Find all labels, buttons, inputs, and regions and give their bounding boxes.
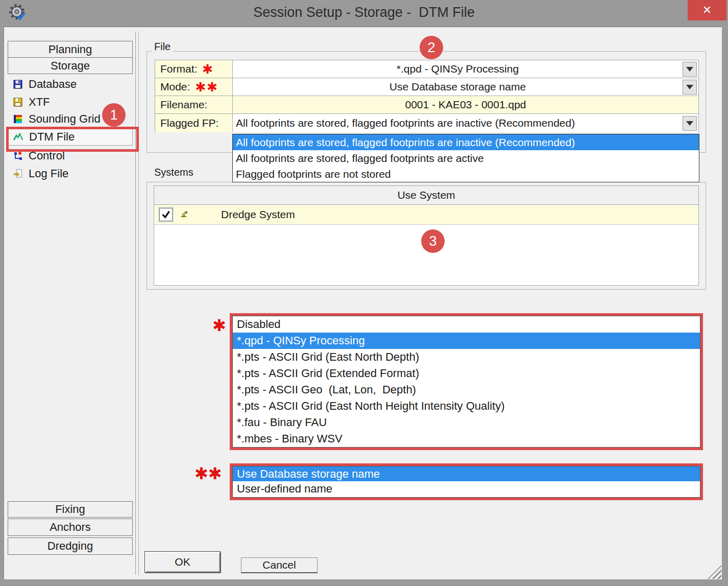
floppy-disk-blue-icon bbox=[12, 80, 23, 89]
sidebar-divider bbox=[135, 32, 136, 575]
dredge-system-icon bbox=[180, 208, 188, 221]
mode-options-annotation-box: Use Database storage name User-defined n… bbox=[230, 463, 703, 500]
required-asterisk: ✱ bbox=[202, 62, 214, 77]
floppy-disk-yellow-icon bbox=[12, 98, 23, 107]
dropdown-option[interactable]: All footprints are stored, flagged footp… bbox=[233, 150, 699, 166]
sidebar-item-label: Sounding Grid bbox=[29, 112, 101, 126]
flagged-fp-dropdown-button[interactable] bbox=[683, 116, 697, 131]
annotation-badge-2: 2 bbox=[420, 36, 443, 59]
annotation-badge-3: 3 bbox=[421, 229, 445, 253]
sidebar-item-database[interactable]: Database bbox=[8, 76, 133, 93]
mode-label: Mode: ✱✱ bbox=[155, 78, 233, 96]
sidebar-section-dredging[interactable]: Dredging bbox=[8, 537, 133, 555]
sidebar-item-label: XTF bbox=[29, 96, 50, 109]
format-row: Format: ✱ *.qpd - QINSy Processing bbox=[155, 60, 698, 78]
sidebar-item-label: Log File bbox=[29, 167, 68, 180]
close-button[interactable]: ✕ bbox=[688, 0, 726, 20]
filename-label: Filename: bbox=[155, 96, 233, 114]
format-combo[interactable]: *.qpd - QINSy Processing bbox=[233, 60, 698, 78]
format-option[interactable]: Disabled bbox=[233, 316, 700, 333]
mode-combo[interactable]: Use Database storage name bbox=[233, 78, 698, 96]
dredge-system-label: Dredge System bbox=[221, 208, 295, 221]
control-nodes-icon bbox=[12, 151, 23, 160]
mode-option-selected[interactable]: Use Database storage name bbox=[233, 466, 700, 481]
flagged-fp-row: Flagged FP: All footprints are stored, f… bbox=[155, 114, 698, 132]
format-option[interactable]: *.pts - ASCII Grid (East North Depth) bbox=[233, 349, 700, 365]
chevron-down-icon bbox=[686, 121, 693, 126]
mode-dropdown-button[interactable] bbox=[683, 80, 697, 95]
file-group-label: File bbox=[152, 41, 173, 53]
format-label: Format: ✱ bbox=[155, 60, 233, 78]
use-system-header: Use System bbox=[154, 186, 698, 205]
mode-row: Mode: ✱✱ Use Database storage name bbox=[155, 78, 698, 96]
annotation-asterisk-mode: ✱✱ bbox=[195, 464, 222, 483]
format-option[interactable]: *.pts - ASCII Geo (Lat, Lon, Depth) bbox=[233, 382, 700, 398]
systems-group-label: Systems bbox=[152, 167, 196, 178]
format-option[interactable]: *.mbes - Binary WSV bbox=[233, 431, 700, 447]
format-options-annotation-box: Disabled *.qpd - QINSy Processing *.pts … bbox=[230, 313, 703, 450]
filename-field: 0001 - KAE03 - 0001.qpd bbox=[233, 96, 698, 114]
annotation-asterisk-format: ✱ bbox=[212, 316, 226, 335]
format-options-list: Disabled *.qpd - QINSy Processing *.pts … bbox=[232, 316, 700, 448]
dropdown-option[interactable]: All footprints are stored, flagged footp… bbox=[233, 134, 699, 150]
required-asterisk: ✱✱ bbox=[195, 80, 219, 95]
flagged-fp-label: Flagged FP: bbox=[155, 114, 233, 132]
flagged-fp-open-dropdown: All footprints are stored, flagged footp… bbox=[232, 134, 699, 182]
annotation-badge-1: 1 bbox=[102, 103, 126, 127]
format-option[interactable]: *.pts - ASCII Grid (East North Height In… bbox=[233, 398, 700, 414]
format-option-selected[interactable]: *.qpd - QINSy Processing bbox=[233, 333, 700, 349]
annotation-box-selected-item bbox=[6, 127, 139, 152]
sidebar-item-log-file[interactable]: Log File bbox=[8, 165, 133, 182]
sidebar-divider-highlight bbox=[138, 32, 139, 575]
format-value: *.qpd - QINSy Processing bbox=[233, 63, 683, 75]
sidebar-section-fixing[interactable]: Fixing bbox=[8, 501, 133, 518]
window-title: Session Setup - Storage - DTM File bbox=[0, 5, 728, 20]
use-system-checkbox-checked[interactable] bbox=[159, 208, 173, 221]
ok-button[interactable]: OK bbox=[144, 551, 221, 573]
mode-option[interactable]: User-defined name bbox=[233, 481, 700, 496]
sounding-grid-icon bbox=[12, 114, 23, 124]
sidebar-item-label: Database bbox=[29, 78, 77, 91]
mode-options-list: Use Database storage name User-defined n… bbox=[232, 466, 700, 498]
session-setup-dialog: Session Setup - Storage - DTM File ✕ Pla… bbox=[0, 0, 728, 586]
dredge-system-row[interactable]: Dredge System bbox=[154, 205, 698, 225]
sidebar-section-planning[interactable]: Planning bbox=[8, 41, 133, 58]
format-dropdown-button[interactable] bbox=[683, 62, 697, 77]
chevron-down-icon bbox=[686, 85, 693, 89]
dropdown-option[interactable]: Flagged footprints are not stored bbox=[233, 166, 699, 182]
filename-row: Filename: 0001 - KAE03 - 0001.qpd bbox=[155, 96, 698, 114]
cancel-button[interactable]: Cancel bbox=[241, 557, 318, 573]
format-option[interactable]: *.fau - Binary FAU bbox=[233, 414, 700, 431]
sidebar-section-anchors[interactable]: Anchors bbox=[8, 519, 133, 536]
mode-value: Use Database storage name bbox=[233, 81, 683, 93]
flagged-fp-combo[interactable]: All footprints are stored, flagged footp… bbox=[233, 114, 698, 132]
file-table: Format: ✱ *.qpd - QINSy Processing Mode:… bbox=[155, 60, 699, 132]
log-file-icon bbox=[12, 169, 23, 178]
flagged-fp-value: All footprints are stored, flagged footp… bbox=[233, 117, 683, 129]
filename-value: 0001 - KAE03 - 0001.qpd bbox=[233, 99, 698, 111]
title-bar[interactable]: Session Setup - Storage - DTM File ✕ bbox=[0, 0, 728, 27]
format-option[interactable]: *.pts - ASCII Grid (Extended Format) bbox=[233, 365, 700, 382]
sidebar-section-storage[interactable]: Storage bbox=[8, 57, 133, 74]
chevron-down-icon bbox=[686, 67, 693, 72]
